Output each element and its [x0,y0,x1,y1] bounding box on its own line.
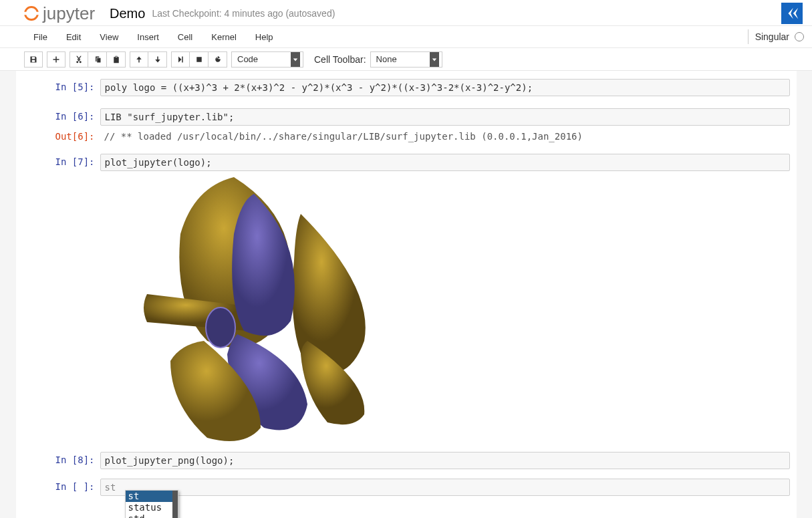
code-input[interactable]: plot_jupyter(logo); [100,154,790,171]
jupyter-logo[interactable]: jupyter [24,3,95,24]
kernel-indicator[interactable]: Singular [748,29,808,44]
in-prompt: In [7]: [23,154,100,171]
autocomplete-item[interactable]: status [126,502,178,513]
menu-cell[interactable]: Cell [168,26,202,47]
dropdown-icon [430,52,439,67]
plot-output [100,174,790,448]
header-bar: jupyter Demo Last Checkpoint: 4 minutes … [0,0,812,25]
menu-edit[interactable]: Edit [57,26,90,47]
kernel-status-icon [795,32,804,41]
code-cell[interactable]: In [5]: poly logo = ((x+3)^3 + 2*(x+3)^2… [23,79,790,96]
cell-toolbar-value: None [376,54,397,64]
code-cell[interactable]: In [6]: LIB "surf_jupyter.lib"; [23,108,790,126]
code-cell[interactable]: In [7]: plot_jupyter(logo); [23,154,790,171]
autocomplete-scrollbar[interactable] [172,491,178,518]
code-input[interactable]: poly logo = ((x+3)^3 + 2*(x+3)^2 - y^2)*… [100,79,790,96]
run-button[interactable] [171,51,190,68]
menu-help[interactable]: Help [246,26,283,47]
code-input[interactable]: plot_jupyter_png(logo); [100,452,790,469]
cut-button[interactable] [70,51,88,68]
cell-toolbar-label: Cell Toolbar: [314,54,366,65]
autocomplete-item[interactable]: std [126,513,178,518]
toolbar: Code Cell Toolbar: None [0,48,812,71]
cell-type-value: Code [237,54,258,64]
output-cell: Out[6]: // ** loaded /usr/local/bin/../s… [23,128,790,144]
insert-cell-button[interactable] [47,51,65,68]
menubar: File Edit View Insert Cell Kernel Help S… [0,25,812,48]
autocomplete-popup[interactable]: st status std stdfglm stdhilb string [125,490,178,518]
menu-insert[interactable]: Insert [128,26,168,47]
save-button[interactable] [24,51,43,68]
checkpoint-status: Last Checkpoint: 4 minutes ago (autosave… [152,8,335,19]
notebook-name[interactable]: Demo [110,6,145,21]
code-input[interactable]: LIB "surf_jupyter.lib"; [100,108,790,126]
logo-text: jupyter [43,3,95,24]
move-down-button[interactable] [148,51,167,68]
kernel-name: Singular [755,31,789,42]
text-output: // ** loaded /usr/local/bin/../share/sin… [100,128,790,144]
code-input[interactable]: st [100,479,790,496]
code-cell[interactable]: In [8]: plot_jupyter_png(logo); [23,452,790,469]
copy-button[interactable] [88,51,107,68]
menu-view[interactable]: View [90,26,128,47]
in-prompt: In [5]: [23,79,100,96]
interrupt-button[interactable] [190,51,209,68]
notebook-container: In [5]: poly logo = ((x+3)^3 + 2*(x+3)^2… [16,71,797,518]
svg-point-0 [206,307,235,348]
kernel-logo-icon[interactable] [781,3,803,24]
autocomplete-item[interactable]: st [126,491,178,502]
in-prompt: In [6]: [23,108,100,126]
in-prompt: In [ ]: [23,479,100,496]
menu-file[interactable]: File [24,26,57,47]
out-prompt: Out[6]: [23,128,100,144]
paste-button[interactable] [107,51,126,68]
cell-toolbar-select[interactable]: None [370,51,442,68]
jupyter-icon [24,6,39,21]
cell-type-select[interactable]: Code [231,51,303,68]
menu-kernel[interactable]: Kernel [202,26,246,47]
dropdown-icon [291,52,300,67]
restart-button[interactable] [209,51,227,68]
notebook-scroll-area[interactable]: In [5]: poly logo = ((x+3)^3 + 2*(x+3)^2… [0,71,812,518]
in-prompt: In [8]: [23,452,100,469]
move-up-button[interactable] [130,51,148,68]
